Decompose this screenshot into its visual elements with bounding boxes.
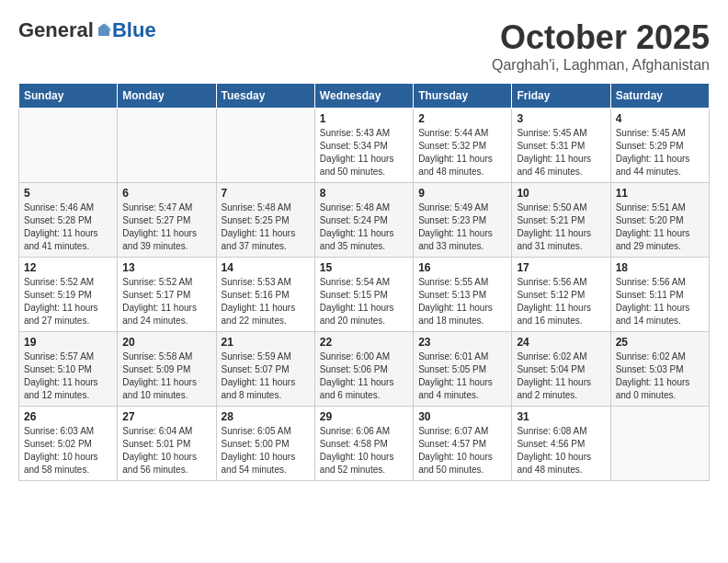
day-info: Sunrise: 6:08 AMSunset: 4:56 PMDaylight:… [517, 425, 605, 477]
day-number: 11 [616, 187, 704, 200]
day-info: Sunrise: 5:48 AMSunset: 5:25 PMDaylight:… [222, 201, 310, 253]
day-header-friday: Friday [512, 84, 610, 109]
calendar-cell [610, 407, 709, 481]
day-info: Sunrise: 6:01 AMSunset: 5:05 PMDaylight:… [418, 350, 506, 402]
day-number: 12 [24, 261, 112, 274]
day-info: Sunrise: 5:57 AMSunset: 5:10 PMDaylight:… [24, 350, 112, 402]
calendar-cell [216, 109, 314, 183]
day-info: Sunrise: 6:07 AMSunset: 4:57 PMDaylight:… [418, 425, 506, 477]
day-info: Sunrise: 6:02 AMSunset: 5:03 PMDaylight:… [616, 350, 704, 402]
calendar-cell: 29Sunrise: 6:06 AMSunset: 4:58 PMDayligh… [314, 407, 413, 481]
calendar-table: SundayMondayTuesdayWednesdayThursdayFrid… [18, 83, 710, 481]
day-info: Sunrise: 5:52 AMSunset: 5:19 PMDaylight:… [24, 276, 112, 327]
calendar-cell: 30Sunrise: 6:07 AMSunset: 4:57 PMDayligh… [414, 407, 512, 481]
day-number: 3 [517, 112, 605, 125]
calendar-cell: 19Sunrise: 5:57 AMSunset: 5:10 PMDayligh… [19, 332, 118, 407]
calendar-cell: 25Sunrise: 6:02 AMSunset: 5:03 PMDayligh… [610, 332, 709, 407]
day-number: 20 [122, 336, 210, 349]
day-info: Sunrise: 5:49 AMSunset: 5:23 PMDaylight:… [418, 201, 506, 253]
calendar-cell: 23Sunrise: 6:01 AMSunset: 5:05 PMDayligh… [414, 332, 512, 407]
day-header-wednesday: Wednesday [314, 84, 413, 109]
calendar-cell: 7Sunrise: 5:48 AMSunset: 5:25 PMDaylight… [216, 183, 314, 258]
day-info: Sunrise: 6:06 AMSunset: 4:58 PMDaylight:… [320, 425, 408, 477]
day-info: Sunrise: 5:46 AMSunset: 5:28 PMDaylight:… [24, 201, 112, 253]
day-number: 5 [24, 187, 112, 200]
calendar-cell: 3Sunrise: 5:45 AMSunset: 5:31 PMDaylight… [512, 109, 610, 183]
calendar-week-4: 19Sunrise: 5:57 AMSunset: 5:10 PMDayligh… [19, 332, 710, 407]
day-number: 27 [122, 410, 210, 423]
day-info: Sunrise: 5:50 AMSunset: 5:21 PMDaylight:… [517, 201, 605, 253]
day-header-saturday: Saturday [610, 84, 709, 109]
day-number: 6 [122, 187, 210, 200]
day-info: Sunrise: 5:43 AMSunset: 5:34 PMDaylight:… [320, 127, 408, 178]
day-number: 7 [222, 187, 310, 200]
day-number: 31 [517, 410, 605, 423]
calendar-cell: 11Sunrise: 5:51 AMSunset: 5:20 PMDayligh… [610, 183, 709, 258]
calendar-cell: 22Sunrise: 6:00 AMSunset: 5:06 PMDayligh… [314, 332, 413, 407]
day-info: Sunrise: 5:51 AMSunset: 5:20 PMDaylight:… [616, 201, 704, 253]
calendar-week-2: 5Sunrise: 5:46 AMSunset: 5:28 PMDaylight… [19, 183, 710, 258]
day-info: Sunrise: 6:03 AMSunset: 5:02 PMDaylight:… [24, 425, 112, 477]
day-number: 25 [616, 336, 704, 349]
day-info: Sunrise: 5:56 AMSunset: 5:11 PMDaylight:… [616, 276, 704, 327]
calendar-week-3: 12Sunrise: 5:52 AMSunset: 5:19 PMDayligh… [19, 258, 710, 332]
day-info: Sunrise: 6:05 AMSunset: 5:00 PMDaylight:… [222, 425, 310, 477]
day-info: Sunrise: 6:00 AMSunset: 5:06 PMDaylight:… [320, 350, 408, 402]
day-number: 21 [222, 336, 310, 349]
day-info: Sunrise: 5:55 AMSunset: 5:13 PMDaylight:… [418, 276, 506, 327]
day-header-sunday: Sunday [19, 84, 118, 109]
month-title: October 2025 [492, 18, 710, 57]
calendar-cell: 5Sunrise: 5:46 AMSunset: 5:28 PMDaylight… [19, 183, 118, 258]
day-info: Sunrise: 5:53 AMSunset: 5:16 PMDaylight:… [222, 276, 310, 327]
day-info: Sunrise: 5:56 AMSunset: 5:12 PMDaylight:… [517, 276, 605, 327]
day-number: 13 [122, 261, 210, 274]
calendar-cell [19, 109, 118, 183]
day-number: 2 [418, 112, 506, 125]
day-number: 9 [418, 187, 506, 200]
day-info: Sunrise: 5:48 AMSunset: 5:24 PMDaylight:… [320, 201, 408, 253]
day-number: 1 [320, 112, 408, 125]
calendar-cell: 15Sunrise: 5:54 AMSunset: 5:15 PMDayligh… [314, 258, 413, 332]
logo-blue-text: Blue [112, 18, 156, 42]
calendar-cell: 27Sunrise: 6:04 AMSunset: 5:01 PMDayligh… [118, 407, 216, 481]
day-info: Sunrise: 5:58 AMSunset: 5:09 PMDaylight:… [122, 350, 210, 402]
calendar-cell: 18Sunrise: 5:56 AMSunset: 5:11 PMDayligh… [610, 258, 709, 332]
day-number: 26 [24, 410, 112, 423]
calendar-cell: 31Sunrise: 6:08 AMSunset: 4:56 PMDayligh… [512, 407, 610, 481]
calendar-cell: 17Sunrise: 5:56 AMSunset: 5:12 PMDayligh… [512, 258, 610, 332]
day-info: Sunrise: 5:54 AMSunset: 5:15 PMDaylight:… [320, 276, 408, 327]
calendar-cell: 1Sunrise: 5:43 AMSunset: 5:34 PMDaylight… [314, 109, 413, 183]
day-number: 16 [418, 261, 506, 274]
day-number: 30 [418, 410, 506, 423]
day-info: Sunrise: 5:44 AMSunset: 5:32 PMDaylight:… [418, 127, 506, 178]
calendar-cell: 21Sunrise: 5:59 AMSunset: 5:07 PMDayligh… [216, 332, 314, 407]
day-number: 15 [320, 261, 408, 274]
day-number: 14 [222, 261, 310, 274]
day-info: Sunrise: 5:45 AMSunset: 5:31 PMDaylight:… [517, 127, 605, 178]
calendar-week-1: 1Sunrise: 5:43 AMSunset: 5:34 PMDaylight… [19, 109, 710, 183]
title-block: October 2025 Qarghah'i, Laghman, Afghani… [492, 18, 710, 74]
day-number: 10 [517, 187, 605, 200]
logo-icon [96, 22, 112, 39]
calendar-cell [118, 109, 216, 183]
day-info: Sunrise: 5:47 AMSunset: 5:27 PMDaylight:… [122, 201, 210, 253]
calendar-cell: 16Sunrise: 5:55 AMSunset: 5:13 PMDayligh… [414, 258, 512, 332]
calendar-cell: 14Sunrise: 5:53 AMSunset: 5:16 PMDayligh… [216, 258, 314, 332]
calendar-cell: 8Sunrise: 5:48 AMSunset: 5:24 PMDaylight… [314, 183, 413, 258]
page-header: General Blue October 2025 Qarghah'i, Lag… [18, 18, 710, 74]
calendar-body: 1Sunrise: 5:43 AMSunset: 5:34 PMDaylight… [19, 109, 710, 481]
calendar-cell: 26Sunrise: 6:03 AMSunset: 5:02 PMDayligh… [19, 407, 118, 481]
calendar-cell: 10Sunrise: 5:50 AMSunset: 5:21 PMDayligh… [512, 183, 610, 258]
day-info: Sunrise: 6:04 AMSunset: 5:01 PMDaylight:… [122, 425, 210, 477]
calendar-cell: 6Sunrise: 5:47 AMSunset: 5:27 PMDaylight… [118, 183, 216, 258]
calendar-cell: 13Sunrise: 5:52 AMSunset: 5:17 PMDayligh… [118, 258, 216, 332]
logo-general-text: General [18, 18, 94, 42]
day-number: 28 [222, 410, 310, 423]
day-number: 17 [517, 261, 605, 274]
day-header-thursday: Thursday [414, 84, 512, 109]
day-number: 24 [517, 336, 605, 349]
day-info: Sunrise: 5:45 AMSunset: 5:29 PMDaylight:… [616, 127, 704, 178]
calendar-cell: 9Sunrise: 5:49 AMSunset: 5:23 PMDaylight… [414, 183, 512, 258]
logo: General Blue [18, 18, 156, 42]
calendar-week-5: 26Sunrise: 6:03 AMSunset: 5:02 PMDayligh… [19, 407, 710, 481]
